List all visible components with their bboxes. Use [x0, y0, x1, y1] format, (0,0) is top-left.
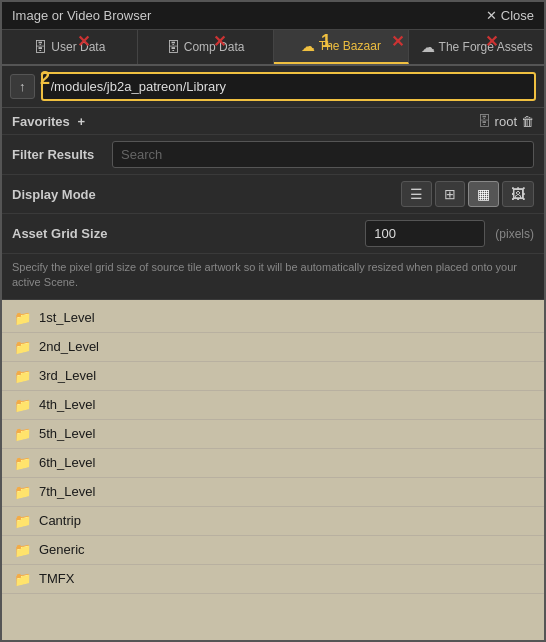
list-item[interactable]: 📁Generic [2, 536, 544, 565]
bazaar-icon: ☁ [301, 38, 315, 54]
list-item[interactable]: 📁5th_Level [2, 420, 544, 449]
favorites-label: Favorites + [12, 114, 85, 129]
tab-forge-assets-label: The Forge Assets [439, 40, 533, 54]
folder-icon: 📁 [14, 571, 31, 587]
file-name: 2nd_Level [39, 339, 99, 354]
display-list-button[interactable]: ☰ [401, 181, 432, 207]
list-item[interactable]: 📁TMFX [2, 565, 544, 594]
folder-icon: 📁 [14, 426, 31, 442]
list-item[interactable]: 📁4th_Level [2, 391, 544, 420]
file-list[interactable]: 📁1st_Level📁2nd_Level📁3rd_Level📁4th_Level… [2, 300, 544, 640]
folder-icon: 📁 [14, 484, 31, 500]
tab-bazaar[interactable]: 1 ☁ The Bazaar ✕ [274, 30, 410, 64]
path-bar: ↑ 2 [2, 66, 544, 108]
display-grid-large-button[interactable]: ▦ [468, 181, 499, 207]
folder-icon: 📁 [14, 397, 31, 413]
filter-label: Filter Results [12, 147, 102, 162]
list-item[interactable]: 📁1st_Level [2, 304, 544, 333]
filter-row: Filter Results [2, 135, 544, 175]
folder-icon: 📁 [14, 310, 31, 326]
path-input[interactable] [41, 72, 537, 101]
root-area: 🗄 root 🗑 [477, 113, 534, 129]
list-item[interactable]: 📁Cantrip [2, 507, 544, 536]
tab-comp-data-label: Comp Data [184, 40, 245, 54]
tab-bar: 🗄 User Data ✕ 🗄 Comp Data ✕ 1 ☁ The Baza… [2, 30, 544, 66]
pixels-label: (pixels) [495, 227, 534, 241]
folder-icon: 📁 [14, 513, 31, 529]
tab-comp-data[interactable]: 🗄 Comp Data ✕ [138, 30, 274, 64]
storage-icon: 🗄 [477, 113, 491, 129]
tab-user-data[interactable]: 🗄 User Data ✕ [2, 30, 138, 64]
file-name: Generic [39, 542, 85, 557]
list-item[interactable]: 📁7th_Level [2, 478, 544, 507]
trash-button[interactable]: 🗑 [521, 114, 534, 129]
file-name: 6th_Level [39, 455, 95, 470]
display-image-button[interactable]: 🖼 [502, 181, 534, 207]
display-mode-label: Display Mode [12, 187, 102, 202]
display-mode-row: Display Mode ☰ ⊞ ▦ 🖼 [2, 175, 544, 214]
list-item[interactable]: 📁2nd_Level [2, 333, 544, 362]
tab-forge-assets[interactable]: ☁ The Forge Assets ✕ [409, 30, 544, 64]
root-label: root [495, 114, 517, 129]
close-button[interactable]: ✕ Close [486, 8, 534, 23]
favorites-bar: Favorites + 🗄 root 🗑 [2, 108, 544, 135]
filter-input[interactable] [112, 141, 534, 168]
main-window: Image or Video Browser ✕ Close 🗄 User Da… [0, 0, 546, 642]
grid-size-row: Asset Grid Size (pixels) [2, 214, 544, 254]
list-item[interactable]: 📁6th_Level [2, 449, 544, 478]
folder-icon: 📁 [14, 455, 31, 471]
display-mode-buttons: ☰ ⊞ ▦ 🖼 [401, 181, 534, 207]
comp-data-icon: 🗄 [166, 39, 180, 55]
list-item[interactable]: 📁3rd_Level [2, 362, 544, 391]
file-name: TMFX [39, 571, 74, 586]
user-data-icon: 🗄 [33, 39, 47, 55]
path-up-button[interactable]: ↑ [10, 74, 35, 99]
file-name: 1st_Level [39, 310, 95, 325]
file-name: Cantrip [39, 513, 81, 528]
folder-icon: 📁 [14, 542, 31, 558]
file-name: 7th_Level [39, 484, 95, 499]
display-grid-small-button[interactable]: ⊞ [435, 181, 465, 207]
file-name: 3rd_Level [39, 368, 96, 383]
window-title: Image or Video Browser [12, 8, 151, 23]
folder-icon: 📁 [14, 339, 31, 355]
tab-user-data-label: User Data [51, 40, 105, 54]
tab-bazaar-label: The Bazaar [319, 39, 381, 53]
file-name: 4th_Level [39, 397, 95, 412]
favorites-add-button[interactable]: + [77, 114, 85, 129]
file-name: 5th_Level [39, 426, 95, 441]
hint-text: Specify the pixel grid size of source ti… [2, 254, 544, 300]
tab-bazaar-x: ✕ [391, 34, 404, 50]
title-bar: Image or Video Browser ✕ Close [2, 2, 544, 30]
forge-assets-icon: ☁ [421, 39, 435, 55]
grid-size-label: Asset Grid Size [12, 226, 107, 241]
grid-size-input[interactable] [365, 220, 485, 247]
folder-icon: 📁 [14, 368, 31, 384]
